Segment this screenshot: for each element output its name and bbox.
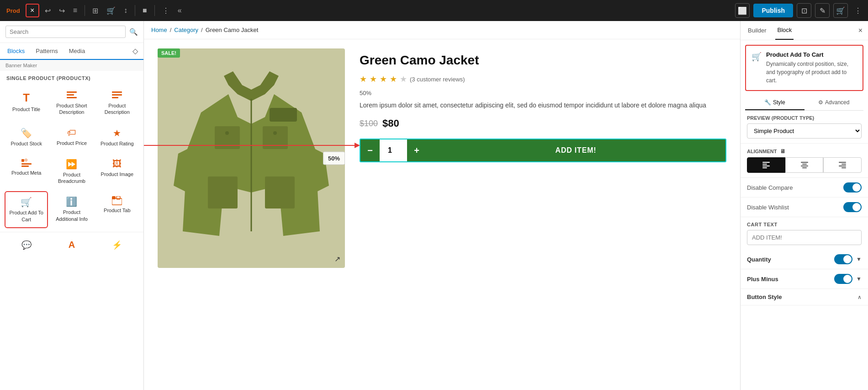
- svg-point-19: [225, 131, 229, 135]
- search-icon[interactable]: 🔍: [129, 28, 138, 36]
- block-item-product-price[interactable]: 🏷 Product Price: [50, 123, 93, 152]
- star-5: ★: [400, 74, 407, 84]
- block-item-product-description[interactable]: Product Description: [95, 86, 139, 121]
- search-area: 🔍: [0, 21, 143, 43]
- advanced-tab[interactable]: ⚙ Advanced: [804, 96, 864, 110]
- button-style-right: ∧: [857, 294, 862, 300]
- block-name-product-rating: Product Rating: [101, 140, 134, 147]
- svg-rect-14: [263, 126, 288, 149]
- svg-rect-4: [112, 94, 122, 96]
- svg-rect-25: [801, 162, 808, 163]
- desktop-icon[interactable]: ⬜: [735, 3, 750, 18]
- typography-icon[interactable]: A: [50, 236, 93, 254]
- block-icon[interactable]: ■: [140, 5, 150, 16]
- list-view-icon[interactable]: ≡: [70, 5, 80, 16]
- svg-rect-22: [762, 164, 767, 165]
- plus-minus-label: Plus Minus: [747, 276, 778, 283]
- block-item-product-rating[interactable]: ★ Product Rating: [95, 123, 139, 152]
- collapse-icon[interactable]: «: [175, 5, 185, 16]
- layout-icon[interactable]: ⊡: [797, 3, 811, 18]
- disable-wishlist-toggle[interactable]: [843, 202, 862, 212]
- blocks-grid: T Product Title Product Short Descriptio…: [0, 83, 143, 232]
- disable-wishlist-label: Disable Wishlist: [747, 204, 789, 211]
- breadcrumb-home[interactable]: Home: [151, 27, 167, 33]
- block-item-product-add-to-cart[interactable]: 🛒 Product Add To Cart: [5, 191, 48, 228]
- right-sidebar: Builder Block × 🛒 Product Add To Cart Dy…: [740, 21, 868, 390]
- price-sale: $80: [382, 118, 399, 129]
- chat-icon[interactable]: 💬: [5, 236, 48, 254]
- product-image: ↗ 50%: [158, 48, 345, 268]
- panel-cart-icon: 🛒: [752, 52, 762, 62]
- close-button[interactable]: ×: [26, 4, 39, 17]
- main-layout: 🔍 Blocks Patterns Media ◇ Banner Maker S…: [0, 21, 868, 390]
- product-rating-icon: ★: [113, 128, 121, 139]
- svg-rect-23: [762, 166, 770, 166]
- block-item-product-title[interactable]: T Product Title: [5, 86, 48, 121]
- svg-rect-5: [112, 97, 118, 98]
- breadcrumb-category[interactable]: Category: [174, 27, 198, 33]
- block-item-product-tab[interactable]: Product Tab: [95, 191, 139, 228]
- tab-patterns[interactable]: Patterns: [34, 43, 59, 60]
- svg-point-20: [273, 131, 277, 135]
- star-4: ★: [390, 74, 397, 84]
- qty-plus-button[interactable]: +: [407, 139, 426, 161]
- align-left-button[interactable]: [747, 157, 785, 173]
- tab-media[interactable]: Media: [67, 43, 87, 60]
- disable-compare-label: Disable Compare: [747, 184, 793, 191]
- redo-icon[interactable]: ↪: [56, 5, 68, 17]
- block-name-product-title: Product Title: [12, 106, 40, 112]
- qty-minus-button[interactable]: −: [360, 139, 380, 161]
- tab-builder[interactable]: Builder: [746, 21, 768, 39]
- preview-select[interactable]: Simple Product: [747, 123, 862, 139]
- columns-icon[interactable]: ⊞: [90, 5, 101, 17]
- svg-rect-21: [762, 162, 770, 163]
- disable-compare-toggle[interactable]: [843, 182, 862, 192]
- preview-cart-icon[interactable]: 🛒: [833, 3, 848, 18]
- block-item-product-additional-info[interactable]: ℹ️ Product Additional Info: [50, 191, 93, 228]
- quantity-chevron: ▼: [856, 256, 862, 262]
- block-item-product-image[interactable]: 🖼 Product Image: [95, 154, 139, 190]
- plus-minus-toggle[interactable]: [834, 274, 852, 284]
- edit-icon[interactable]: ✎: [815, 3, 830, 18]
- block-item-product-meta[interactable]: Product Meta: [5, 154, 48, 190]
- alignment-group: [747, 157, 862, 173]
- block-item-product-short-desc[interactable]: Product Short Description: [50, 86, 93, 121]
- arrows-icon[interactable]: ↕: [121, 5, 130, 16]
- style-tab[interactable]: 🔧 Style: [745, 96, 804, 110]
- qty-input[interactable]: [380, 139, 407, 161]
- tab-block[interactable]: Block: [775, 21, 794, 40]
- align-right-button[interactable]: [823, 157, 862, 173]
- search-input[interactable]: [5, 26, 126, 38]
- quantity-row[interactable]: Quantity ▼: [741, 250, 868, 269]
- product-short-desc-icon: [67, 91, 77, 101]
- more-icon[interactable]: ⋮: [159, 5, 172, 17]
- bookmark-icon[interactable]: ◇: [132, 47, 138, 55]
- block-item-product-breadcrumb[interactable]: ⏩ Product Breadcrumb: [50, 154, 93, 190]
- align-center-button[interactable]: [785, 157, 824, 173]
- add-to-cart-button[interactable]: ADD ITEM!: [426, 139, 725, 161]
- plus-minus-row[interactable]: Plus Minus ▼: [741, 269, 868, 289]
- block-name-product-image: Product Image: [101, 171, 134, 177]
- cart-text-input[interactable]: [747, 230, 862, 245]
- quantity-toggle[interactable]: [834, 254, 852, 264]
- share-icon[interactable]: ⚡: [95, 236, 139, 254]
- block-item-product-stock[interactable]: 🏷️ Product Stock: [5, 123, 48, 152]
- sidebar-bottom-icons: 💬 A ⚡: [0, 232, 143, 257]
- svg-rect-16: [265, 176, 295, 208]
- banner-maker-label: Banner Maker: [0, 60, 143, 71]
- undo-icon[interactable]: ↩: [42, 5, 53, 17]
- block-name-product-meta: Product Meta: [11, 170, 41, 176]
- publish-button[interactable]: Publish: [753, 4, 793, 17]
- breadcrumb: Home / Category / Green Camo Jacket: [144, 21, 740, 39]
- cart-icon[interactable]: 🛒: [104, 5, 118, 17]
- product-add-to-cart-panel: 🛒 Product Add To Cart Dynamically contro…: [745, 45, 863, 91]
- expand-icon[interactable]: ↗: [334, 255, 340, 263]
- right-sidebar-close-icon[interactable]: ×: [858, 27, 863, 35]
- svg-rect-28: [802, 167, 807, 168]
- tab-blocks[interactable]: Blocks: [5, 43, 26, 60]
- product-description: Lorem ipsum dolor sit amet, consectetur …: [360, 100, 726, 110]
- kebab-icon[interactable]: ⋮: [852, 5, 864, 17]
- panel-title: Product Add To Cart: [766, 51, 857, 58]
- block-name-product-add-to-cart: Product Add To Cart: [7, 209, 45, 223]
- button-style-row[interactable]: Button Style ∧: [741, 289, 868, 305]
